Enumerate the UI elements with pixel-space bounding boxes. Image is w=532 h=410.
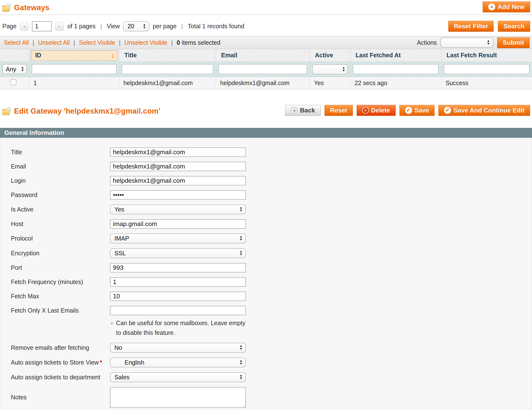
select-all-link[interactable]: Select All: [4, 39, 29, 46]
form-row-title: Title: [11, 148, 532, 157]
column-header-last-fetched-at[interactable]: Last Fetched At: [350, 49, 441, 62]
column-header-id[interactable]: ID ↓: [29, 49, 119, 62]
sort-desc-icon: ↓: [111, 52, 114, 59]
column-header-title[interactable]: Title: [119, 49, 216, 62]
fetch-only-x-field[interactable]: [110, 306, 246, 315]
actions-label: Actions: [417, 39, 437, 46]
form-row-encryption: Encryption SSL ▲▼: [11, 248, 532, 258]
separator: |: [33, 39, 34, 46]
next-page-button[interactable]: ▸: [55, 22, 64, 31]
is-active-label: Is Active: [11, 206, 110, 213]
column-header-email[interactable]: Email: [216, 49, 310, 62]
select-arrows-icon: ▲▼: [239, 206, 243, 212]
unselect-visible-link[interactable]: Unselect Visible: [124, 39, 167, 46]
cell-active: Yes: [310, 77, 350, 89]
select-arrows-icon: ▲▼: [239, 345, 243, 351]
form-row-is-active: Is Active Yes ▲▼: [11, 205, 532, 214]
column-header-last-fetch-result[interactable]: Last Fetch Result: [441, 49, 532, 62]
form-row-host: Host: [11, 219, 532, 229]
fetch-only-x-note: ▲ Can be useful for some mailboxes. Leav…: [110, 318, 246, 337]
encryption-select[interactable]: SSL ▲▼: [110, 248, 246, 258]
filter-last-result-input[interactable]: [444, 64, 530, 74]
separator: |: [74, 39, 75, 46]
title-field[interactable]: [110, 148, 246, 157]
toolbar-buttons: Reset Filter Search: [448, 21, 530, 32]
encryption-label: Encryption: [11, 250, 110, 257]
department-label: Auto assign tickets to department: [11, 374, 110, 381]
actions-select[interactable]: ▲▼: [441, 37, 493, 48]
form-row-port: Port: [11, 263, 532, 272]
form-row-email: Email: [11, 162, 532, 171]
protocol-value: IMAP: [114, 235, 236, 242]
pager: Page ◂ ▸ of 1 pages | View 20 ▲▼ per pag…: [2, 21, 244, 31]
add-new-button[interactable]: + Add New: [483, 1, 530, 12]
delete-x-icon: ✕: [362, 107, 369, 114]
title-label: Title: [11, 149, 110, 156]
password-field[interactable]: [110, 190, 246, 200]
reset-filter-button[interactable]: Reset Filter: [448, 21, 494, 32]
folder-icon: [2, 107, 11, 115]
massaction-any-select[interactable]: Any ▲▼: [2, 64, 27, 74]
per-page-label: per page: [152, 23, 177, 30]
filter-email-input[interactable]: [218, 64, 307, 74]
column-label: Title: [120, 52, 137, 58]
fetch-max-field[interactable]: [110, 291, 246, 301]
port-label: Port: [11, 264, 110, 271]
massaction-links: Select All | Unselect All | Select Visib…: [4, 39, 220, 46]
store-view-select[interactable]: English ▲▼: [110, 358, 246, 367]
separator: |: [180, 23, 184, 30]
unselect-all-link[interactable]: Unselect All: [38, 39, 70, 46]
fetch-frequency-label: Fetch Frequency (minutes): [11, 279, 110, 286]
previous-page-button[interactable]: ◂: [20, 22, 28, 31]
email-field[interactable]: [110, 162, 246, 171]
column-header-active[interactable]: Active: [310, 49, 350, 62]
protocol-label: Prolocol: [11, 235, 110, 242]
column-label: Last Fetched At: [351, 52, 401, 58]
general-information-form: Title Email Login Password Is Active Yes…: [0, 138, 532, 410]
total-records-label: Total 1 records found: [188, 23, 244, 30]
page-number-input[interactable]: [32, 21, 52, 31]
filter-active-select[interactable]: ▲▼: [312, 64, 348, 75]
form-row-fetch-only-x: Fetch Only X Last Emails: [11, 306, 532, 315]
remove-emails-value: No: [114, 344, 236, 351]
login-field[interactable]: [110, 176, 246, 186]
grid-filter-row: Any ▲▼ ▲▼: [0, 62, 532, 77]
note-text: Can be useful for some mailboxes. Leave …: [116, 318, 246, 337]
remove-emails-select[interactable]: No ▲▼: [110, 343, 246, 353]
column-label: Last Fetch Result: [442, 52, 497, 58]
save-label: Save: [415, 107, 429, 114]
delete-button[interactable]: ✕ Delete: [357, 105, 396, 116]
filter-title-input[interactable]: [122, 64, 213, 74]
fetch-frequency-field[interactable]: [110, 277, 246, 287]
notes-field[interactable]: [110, 387, 246, 408]
form-row-remove-emails: Remove emails after fetching No ▲▼: [11, 343, 532, 353]
grid-toolbar: Page ◂ ▸ of 1 pages | View 20 ▲▼ per pag…: [0, 15, 532, 36]
back-button[interactable]: ◄ Back: [285, 105, 321, 116]
department-select[interactable]: Sales ▲▼: [110, 372, 246, 382]
is-active-select[interactable]: Yes ▲▼: [110, 205, 246, 214]
filter-id-input[interactable]: [32, 64, 116, 74]
delete-label: Delete: [371, 107, 390, 114]
edit-buttons: ◄ Back Reset ✕ Delete ✔ Save ✔ Save And …: [285, 105, 530, 116]
column-label: Active: [311, 52, 333, 58]
cell-title: helpdeskmx1@gmail.com: [119, 77, 216, 89]
submit-button[interactable]: Submit: [497, 37, 530, 48]
form-row-password: Password: [11, 190, 532, 200]
select-arrows-icon: ▲▼: [21, 66, 24, 72]
save-button[interactable]: ✔ Save: [399, 105, 435, 116]
save-and-continue-button[interactable]: ✔ Save And Continue Edit: [438, 105, 530, 116]
cell-email: helpdeskmx1@gmail.com: [216, 77, 310, 89]
select-visible-link[interactable]: Select Visible: [79, 39, 115, 46]
protocol-select[interactable]: IMAP ▲▼: [110, 233, 246, 243]
reset-button[interactable]: Reset: [324, 105, 353, 116]
filter-last-fetched-input[interactable]: [353, 64, 439, 74]
table-row[interactable]: 1 helpdeskmx1@gmail.com helpdeskmx1@gmai…: [0, 77, 532, 89]
search-button[interactable]: Search: [498, 21, 530, 32]
per-page-select[interactable]: 20 ▲▼: [123, 21, 149, 31]
port-field[interactable]: [110, 263, 246, 272]
form-row-department: Auto assign tickets to department Sales …: [11, 372, 532, 382]
host-label: Host: [11, 221, 110, 227]
save-continue-label: Save And Continue Edit: [453, 107, 524, 114]
host-field[interactable]: [110, 219, 246, 229]
row-checkbox[interactable]: [10, 79, 17, 85]
